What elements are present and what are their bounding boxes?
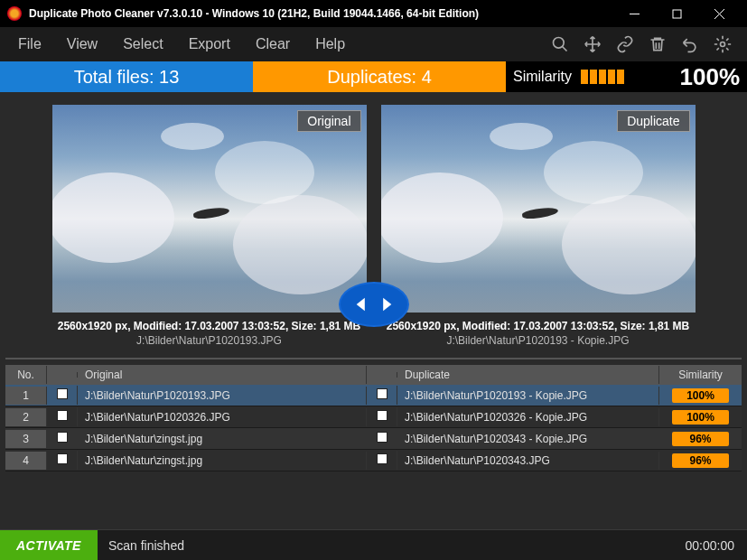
original-image[interactable]: Original bbox=[52, 105, 367, 313]
swap-button[interactable] bbox=[339, 282, 409, 327]
row-similarity: 100% bbox=[659, 386, 742, 406]
col-duplicate[interactable]: Duplicate bbox=[397, 366, 659, 384]
dup-path: J:\Bilder\Natur\P1020193 - Kopie.JPG bbox=[397, 387, 659, 405]
dup-checkbox[interactable] bbox=[367, 429, 397, 448]
trash-icon[interactable] bbox=[648, 34, 668, 54]
similarity-value: 100% bbox=[680, 63, 741, 91]
row-no: 4 bbox=[5, 452, 47, 470]
row-no: 2 bbox=[5, 408, 47, 426]
dup-path: J:\Bilder\Natur\P1020326 - Kopie.JPG bbox=[397, 408, 659, 426]
orig-checkbox[interactable] bbox=[47, 429, 78, 448]
compare-panel: Original 2560x1920 px, Modified: 17.03.2… bbox=[0, 92, 747, 356]
orig-path: J:\Bilder\Natur\P1020193.JPG bbox=[78, 387, 367, 405]
row-similarity: 100% bbox=[659, 407, 742, 427]
original-card: Original 2560x1920 px, Modified: 17.03.2… bbox=[52, 105, 367, 347]
col-no[interactable]: No. bbox=[5, 366, 47, 384]
stats-bar: Total files: 13 Duplicates: 4 Similarity… bbox=[0, 61, 747, 92]
orig-checkbox[interactable] bbox=[47, 451, 78, 470]
original-badge: Original bbox=[297, 110, 360, 132]
svg-rect-0 bbox=[673, 10, 681, 18]
menubar: File View Select Export Clear Help bbox=[0, 27, 747, 61]
original-path: J:\Bilder\Natur\P1020193.JPG bbox=[136, 334, 282, 347]
stat-duplicates: Duplicates: 4 bbox=[253, 61, 506, 92]
row-similarity: 96% bbox=[659, 451, 742, 471]
orig-checkbox[interactable] bbox=[47, 386, 78, 405]
close-button[interactable] bbox=[699, 0, 740, 27]
menu-view[interactable]: View bbox=[54, 31, 110, 58]
menu-help[interactable]: Help bbox=[303, 31, 358, 58]
minimize-button[interactable] bbox=[614, 0, 655, 27]
move-icon[interactable] bbox=[583, 34, 602, 54]
divider bbox=[5, 358, 742, 359]
window-controls bbox=[614, 0, 740, 27]
row-no: 1 bbox=[5, 387, 47, 405]
menu-clear[interactable]: Clear bbox=[243, 31, 303, 58]
orig-path: J:\Bilder\Natur\zingst.jpg bbox=[78, 430, 367, 448]
similarity-label: Similarity bbox=[513, 69, 572, 85]
maximize-button[interactable] bbox=[657, 0, 697, 27]
duplicate-card: Duplicate 2560x1920 px, Modified: 17.03.… bbox=[381, 105, 696, 347]
dup-checkbox[interactable] bbox=[367, 451, 397, 470]
orig-path: J:\Bilder\Natur\P1020326.JPG bbox=[78, 408, 367, 426]
table-row[interactable]: 2J:\Bilder\Natur\P1020326.JPGJ:\Bilder\N… bbox=[5, 406, 742, 428]
search-icon[interactable] bbox=[550, 34, 570, 54]
menu-export[interactable]: Export bbox=[176, 31, 243, 58]
similarity-bars-icon bbox=[581, 70, 624, 84]
table-row[interactable]: 4J:\Bilder\Natur\zingst.jpgJ:\Bilder\Nat… bbox=[5, 450, 742, 471]
arrow-right-icon bbox=[375, 294, 395, 314]
col-check-orig[interactable] bbox=[47, 372, 78, 378]
col-similarity[interactable]: Similarity bbox=[659, 366, 742, 384]
window-title: Duplicate Photo Cleaner v7.3.0.10 - Wind… bbox=[29, 7, 614, 20]
col-check-dup[interactable] bbox=[367, 372, 397, 378]
stat-total-files: Total files: 13 bbox=[0, 61, 253, 92]
duplicate-meta: 2560x1920 px, Modified: 17.03.2007 13:03… bbox=[387, 320, 690, 332]
row-no: 3 bbox=[5, 430, 47, 448]
status-text: Scan finished bbox=[98, 538, 184, 553]
stat-similarity: Similarity 100% bbox=[506, 61, 747, 92]
duplicate-path: J:\Bilder\Natur\P1020193 - Kopie.JPG bbox=[446, 334, 629, 347]
dup-path: J:\Bilder\Natur\P1020343 - Kopie.JPG bbox=[397, 430, 659, 448]
titlebar: Duplicate Photo Cleaner v7.3.0.10 - Wind… bbox=[0, 0, 747, 27]
app-icon bbox=[7, 6, 22, 21]
original-meta: 2560x1920 px, Modified: 17.03.2007 13:03… bbox=[58, 320, 361, 332]
link-icon[interactable] bbox=[615, 34, 635, 54]
undo-icon[interactable] bbox=[680, 34, 700, 54]
svg-point-2 bbox=[721, 42, 725, 47]
svg-point-1 bbox=[554, 38, 565, 49]
grid-header: No. Original Duplicate Similarity bbox=[5, 365, 742, 385]
dup-checkbox[interactable] bbox=[367, 407, 397, 426]
table-row[interactable]: 1J:\Bilder\Natur\P1020193.JPGJ:\Bilder\N… bbox=[5, 385, 742, 406]
dup-checkbox[interactable] bbox=[367, 386, 397, 405]
col-original[interactable]: Original bbox=[78, 366, 367, 384]
menu-select[interactable]: Select bbox=[110, 31, 175, 58]
activate-button[interactable]: ACTIVATE bbox=[0, 530, 98, 560]
menu-file[interactable]: File bbox=[5, 31, 54, 58]
gear-icon[interactable] bbox=[713, 34, 733, 54]
orig-path: J:\Bilder\Natur\zingst.jpg bbox=[78, 452, 367, 470]
dup-path: J:\Bilder\Natur\P1020343.JPG bbox=[397, 452, 659, 470]
arrow-left-icon bbox=[353, 294, 373, 314]
footer: ACTIVATE Scan finished 00:00:00 bbox=[0, 529, 747, 560]
table-row[interactable]: 3J:\Bilder\Natur\zingst.jpgJ:\Bilder\Nat… bbox=[5, 428, 742, 450]
row-similarity: 96% bbox=[659, 429, 742, 449]
timer: 00:00:00 bbox=[686, 538, 748, 553]
results-grid: No. Original Duplicate Similarity 1J:\Bi… bbox=[5, 365, 742, 471]
orig-checkbox[interactable] bbox=[47, 407, 78, 426]
duplicate-badge: Duplicate bbox=[617, 110, 689, 132]
duplicate-image[interactable]: Duplicate bbox=[381, 105, 696, 313]
